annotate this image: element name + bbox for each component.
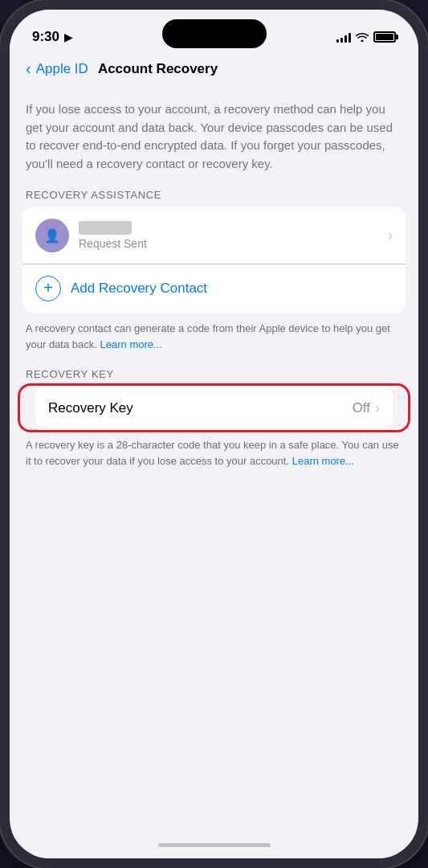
notch [162,19,267,48]
status-time: 9:30 ▶ [32,29,72,45]
contact-subtitle: Request Sent [79,237,388,250]
battery-icon [373,31,396,43]
avatar-initials: 👤 [44,228,60,244]
recovery-key-card-wrapper: Recovery Key Off › [22,387,406,429]
recovery-key-off-text: Off [353,400,370,416]
description-text: If you lose access to your account, a re… [26,100,402,173]
location-icon: ▶ [64,31,72,43]
learn-more-link-2[interactable]: Learn more... [292,455,354,467]
status-icons [336,31,396,43]
signal-icon [336,31,351,43]
plus-symbol: + [43,280,53,296]
plus-circle-icon: + [35,276,61,301]
contact-name-blurred [79,221,132,235]
recovery-key-section-header: RECOVERY KEY [10,368,418,387]
contact-info: Request Sent [79,221,388,250]
wifi-icon [356,32,369,42]
phone-frame: 9:30 ▶ [0,0,428,868]
add-contact-label: Add Recovery Contact [71,280,207,297]
recovery-key-card: Recovery Key Off › [35,387,393,429]
back-chevron-icon: ‹ [26,59,31,78]
contact-avatar: 👤 [35,219,69,252]
add-recovery-contact-row[interactable]: + Add Recovery Contact [22,264,406,313]
recovery-assistance-helper: A recovery contact can generate a code f… [10,313,418,368]
main-content: If you lose access to your account, a re… [10,88,418,831]
chevron-right-icon: › [388,227,393,244]
recovery-assistance-card: 👤 Request Sent › + Add Recovery Contact [22,207,406,313]
nav-header: ‹ Apple ID Account Recovery [10,53,418,88]
recovery-assistance-header: RECOVERY ASSISTANCE [10,189,418,207]
home-indicator [10,831,418,858]
back-button[interactable]: ‹ Apple ID [26,59,88,78]
recovery-key-value: Off › [353,399,380,416]
page-title: Account Recovery [98,61,218,77]
recovery-contact-row[interactable]: 👤 Request Sent › [22,207,406,264]
recovery-key-chevron-icon: › [375,399,380,416]
recovery-key-row[interactable]: Recovery Key Off › [35,387,393,429]
description-section: If you lose access to your account, a re… [10,88,418,189]
time-display: 9:30 [32,29,59,45]
recovery-key-label: Recovery Key [48,400,133,416]
helper-text-content: A recovery contact can generate a code f… [26,322,390,350]
home-bar [158,843,271,847]
recovery-key-description: A recovery key is a 28-character code th… [10,429,418,485]
phone-screen: 9:30 ▶ [10,10,418,858]
learn-more-link-1[interactable]: Learn more... [100,338,162,350]
back-label: Apple ID [36,61,88,77]
